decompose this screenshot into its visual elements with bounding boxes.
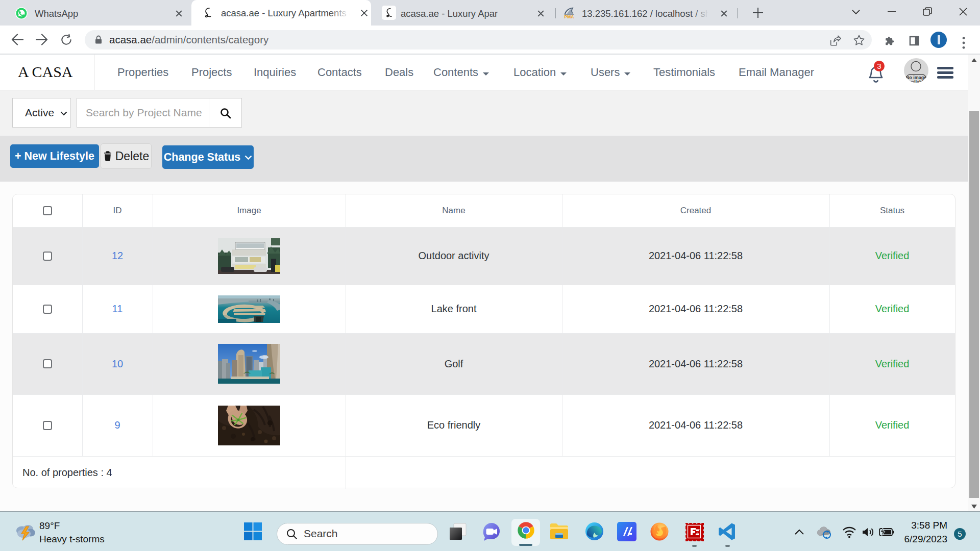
svg-text:available: available: [906, 80, 926, 83]
svg-text:PMA: PMA: [565, 14, 574, 19]
